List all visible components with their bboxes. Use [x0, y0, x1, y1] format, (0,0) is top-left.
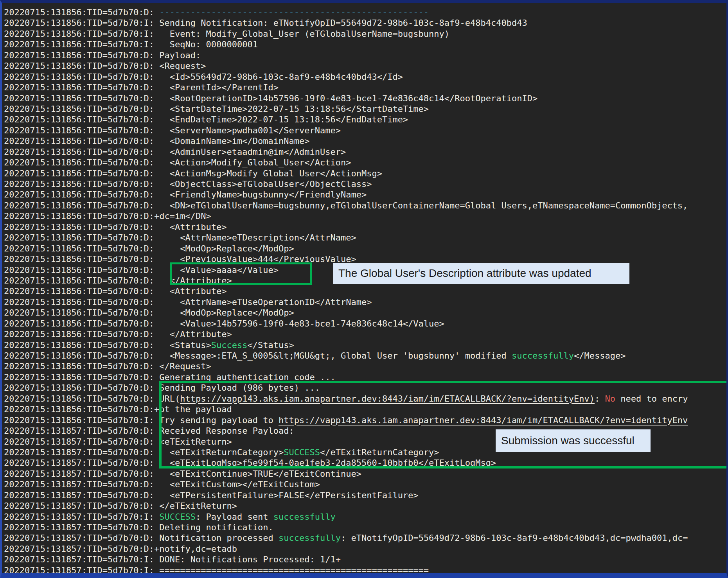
log-text: 20220715:131856:TID=5d7b70:D: <PreviousV…	[4, 254, 356, 264]
log-line: 20220715:131857:TID=5d7b70:D:+notify,dc=…	[4, 544, 726, 554]
log-text: 20220715:131856:TID=5d7b70:D: </Attribut…	[4, 329, 232, 339]
success-word: successfully	[512, 351, 574, 361]
log-text: 20220715:131856:TID=5d7b70:D: <ModOp>Rep…	[4, 308, 294, 318]
terminal-window: 20220715:131856:TID=5d7b70:D: ----------…	[0, 0, 728, 578]
no-encrypt-word: No	[605, 394, 615, 404]
description-callout-label: The Global User's Description attribute …	[338, 267, 591, 280]
log-text: 20220715:131856:TID=5d7b70:I: Event: Mod…	[4, 29, 449, 39]
log-text: 20220715:131856:TID=5d7b70:D: <ActionMsg…	[4, 169, 382, 178]
log-text: 20220715:131856:TID=5d7b70:D: Sending Pa…	[4, 383, 320, 393]
log-line: 20220715:131857:TID=5d7b70:D: Notificati…	[4, 533, 726, 543]
log-text: 20220715:131856:TID=5d7b70:D: <ServerNam…	[4, 126, 341, 135]
log-text: 20220715:131857:TID=5d7b70:D: Notificati…	[4, 533, 279, 543]
log-text: 20220715:131856:TID=5d7b70:D: Generating…	[4, 372, 336, 382]
log-text: 20220715:131857:TID=5d7b70:D: <eTExitCon…	[4, 469, 361, 479]
log-text: 20220715:131857:TID=5d7b70:D: <eTExitRet…	[4, 437, 232, 447]
log-line: 20220715:131856:TID=5d7b70:D: <FriendlyN…	[4, 189, 726, 200]
log-text: 20220715:131856:TID=5d7b70:D: <ObjectCla…	[4, 179, 372, 189]
log-line: 20220715:131856:TID=5d7b70:D: <ActionMsg…	[4, 168, 726, 179]
log-text: 20220715:131856:TID=5d7b70:D: <ParentId>…	[4, 83, 279, 92]
log-text: 20220715:131857:TID=5d7b70:I:	[4, 565, 159, 575]
log-text: 20220715:131856:TID=5d7b70:D: <Id>55649d…	[4, 72, 403, 82]
log-line: 20220715:131856:TID=5d7b70:D: ----------…	[4, 7, 726, 18]
status-success-text: SUCCESS	[284, 447, 320, 457]
log-text: 20220715:131857:TID=5d7b70:D:+notify,dc=…	[4, 544, 237, 554]
log-line: 20220715:131857:TID=5d7b70:D: <eTExitLog…	[4, 458, 726, 468]
success-word: successfully	[279, 533, 341, 543]
log-text: 20220715:131856:TID=5d7b70:D: <Attribute…	[4, 286, 227, 296]
log-line: 20220715:131857:TID=5d7b70:I: ==========…	[4, 565, 726, 576]
status-success-text: SUCCESS	[159, 512, 196, 522]
log-line: 20220715:131856:TID=5d7b70:I: SeqNo: 000…	[4, 39, 726, 50]
log-line: 20220715:131856:TID=5d7b70:D: <ParentId>…	[4, 82, 726, 93]
log-text: 20220715:131857:TID=5d7b70:D: Received R…	[4, 426, 294, 436]
log-line: 20220715:131856:TID=5d7b70:D: Generating…	[4, 372, 726, 382]
submission-callout-label: Submission was successful	[501, 434, 635, 447]
log-line: 20220715:131856:TID=5d7b70:D:+pt the pay…	[4, 404, 726, 415]
log-text: need to encry	[615, 394, 688, 404]
log-text: 20220715:131856:TID=5d7b70:D: <EndDateTi…	[4, 115, 408, 124]
log-text: 20220715:131857:TID=5d7b70:I: DONE: Noti…	[4, 555, 341, 564]
log-line: 20220715:131856:TID=5d7b70:D: <Message>:…	[4, 350, 726, 361]
log-line: 20220715:131856:TID=5d7b70:D: <ServerNam…	[4, 125, 726, 136]
log-text: 20220715:131857:TID=5d7b70:D: Deleting n…	[4, 522, 273, 532]
log-line: 20220715:131856:TID=5d7b70:D: <ModOp>Rep…	[4, 307, 726, 318]
log-line: 20220715:131856:TID=5d7b70:D: Payload:	[4, 50, 726, 61]
log-text: 20220715:131856:TID=5d7b70:D: <Value>14b…	[4, 319, 444, 328]
log-text: 20220715:131857:TID=5d7b70:D: <eTExitRet…	[4, 447, 284, 457]
log-line: 20220715:131856:TID=5d7b70:I: Sending No…	[4, 18, 726, 28]
status-success-text: Success	[211, 340, 248, 350]
log-line: 20220715:131857:TID=5d7b70:D: Deleting n…	[4, 522, 726, 533]
log-text: 20220715:131856:TID=5d7b70:D: <Value>aaa…	[4, 265, 279, 275]
log-line: 20220715:131856:TID=5d7b70:D: URL(https:…	[4, 393, 726, 404]
log-line: 20220715:131857:TID=5d7b70:D: </eTExitRe…	[4, 501, 726, 511]
log-line: 20220715:131857:TID=5d7b70:D: <eTExitCus…	[4, 479, 726, 490]
log-line: 20220715:131856:TID=5d7b70:D: <StartDate…	[4, 104, 726, 114]
log-text: 20220715:131857:TID=5d7b70:I:	[4, 512, 159, 522]
log-text: 20220715:131856:TID=5d7b70:D: <FriendlyN…	[4, 190, 367, 199]
log-line: 20220715:131856:TID=5d7b70:D: <EndDateTi…	[4, 114, 726, 125]
callback-url-link: https://vapp143.aks.iam.anapartner.dev:8…	[279, 415, 688, 425]
log-text: 20220715:131856:TID=5d7b70:D: <RootOpera…	[4, 93, 537, 103]
callback-url-link: https://vapp143.aks.iam.anapartner.dev:8…	[180, 394, 595, 404]
log-line: 20220715:131856:TID=5d7b70:D:+dc=im</DN>	[4, 211, 726, 221]
log-text: 20220715:131856:TID=5d7b70:D: <Action>Mo…	[4, 158, 351, 167]
log-text: 20220715:131856:TID=5d7b70:D: </Request>	[4, 361, 211, 371]
log-text: :	[595, 394, 605, 404]
log-text: 20220715:131856:TID=5d7b70:D: <DomainNam…	[4, 136, 309, 146]
log-text: 20220715:131856:TID=5d7b70:D:	[4, 7, 159, 17]
log-line: 20220715:131856:TID=5d7b70:D: <ObjectCla…	[4, 179, 726, 189]
log-text: 20220715:131857:TID=5d7b70:D: <eTPersist…	[4, 490, 419, 500]
log-line: 20220715:131856:TID=5d7b70:D: <DN>eTGlob…	[4, 200, 726, 211]
log-line: 20220715:131856:TID=5d7b70:D: <Status>Su…	[4, 340, 726, 350]
log-line: 20220715:131856:TID=5d7b70:D: <AdminUser…	[4, 147, 726, 157]
log-line: 20220715:131856:TID=5d7b70:D: <Id>55649d…	[4, 72, 726, 82]
terminal-log: 20220715:131856:TID=5d7b70:D: ----------…	[2, 3, 726, 573]
log-line: 20220715:131856:TID=5d7b70:D: <Action>Mo…	[4, 157, 726, 168]
log-text: 20220715:131856:TID=5d7b70:D: <DN>eTGlob…	[4, 201, 688, 210]
log-text: : eTNotifyOpID=55649d72-98b6-103c-8af9-e…	[341, 533, 688, 543]
log-text: </Message>	[574, 351, 626, 361]
log-line: 20220715:131856:TID=5d7b70:I: Event: Mod…	[4, 29, 726, 39]
log-line: 20220715:131856:TID=5d7b70:D: <AttrName>…	[4, 297, 726, 307]
log-line: 20220715:131856:TID=5d7b70:D: <RootOpera…	[4, 93, 726, 104]
log-text: 20220715:131856:TID=5d7b70:D: URL(	[4, 394, 180, 404]
log-line: 20220715:131857:TID=5d7b70:D: <eTPersist…	[4, 490, 726, 501]
log-text: 20220715:131856:TID=5d7b70:D: <Status>	[4, 340, 211, 350]
log-text: 20220715:131856:TID=5d7b70:D:+pt the pay…	[4, 404, 232, 414]
log-text: : Payload sent	[196, 512, 273, 522]
log-text: 20220715:131857:TID=5d7b70:D: <eTExitLog…	[4, 458, 496, 468]
submission-callout: Submission was successful	[496, 429, 651, 452]
log-line: 20220715:131856:TID=5d7b70:D: <AttrName>…	[4, 232, 726, 243]
description-callout: The Global User's Description attribute …	[333, 263, 629, 284]
log-text: 20220715:131856:TID=5d7b70:D: <AdminUser…	[4, 147, 346, 157]
log-text: 20220715:131856:TID=5d7b70:D: <Message>:…	[4, 351, 512, 361]
log-text: 20220715:131856:TID=5d7b70:D: <Attribute…	[4, 222, 227, 232]
log-text: 20220715:131856:TID=5d7b70:D: <StartDate…	[4, 104, 429, 114]
log-line: 20220715:131857:TID=5d7b70:I: SUCCESS: P…	[4, 512, 726, 522]
log-line: 20220715:131856:TID=5d7b70:D: Sending Pa…	[4, 382, 726, 393]
separator-dashes: ----------------------------------------…	[159, 7, 429, 17]
log-line: 20220715:131856:TID=5d7b70:D: <Value>14b…	[4, 318, 726, 329]
log-line: 20220715:131856:TID=5d7b70:D: <Request>	[4, 61, 726, 71]
log-text: 20220715:131857:TID=5d7b70:D: </eTExitRe…	[4, 501, 237, 511]
